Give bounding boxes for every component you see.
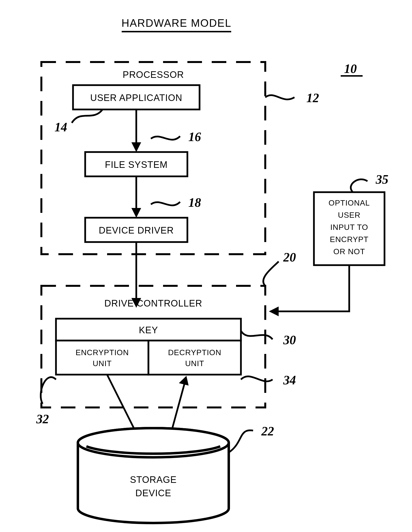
ref-14-lead <box>72 110 102 123</box>
ref-30: 30 <box>283 333 296 347</box>
key-label: KEY <box>139 325 158 335</box>
ref-34: 34 <box>283 373 296 387</box>
ref-14: 14 <box>55 120 67 134</box>
ref-30-lead <box>241 331 273 339</box>
decryption-unit-l2: UNIT <box>185 359 204 368</box>
ref-10: 10 <box>344 62 357 76</box>
device-driver-label: DEVICE DRIVER <box>99 225 174 236</box>
ref-32-lead <box>41 377 56 404</box>
arrow-ua-fs-head <box>131 142 141 152</box>
ref-18: 18 <box>188 196 201 209</box>
ref-18-lead <box>151 202 180 205</box>
optional-input-l3: INPUT TO <box>330 223 368 232</box>
optional-to-dc-head <box>269 306 279 316</box>
storage-l1: STORAGE <box>130 475 177 485</box>
ref-16-lead <box>151 136 180 140</box>
optional-to-dc-line <box>275 265 349 311</box>
ref-35-lead <box>351 179 367 192</box>
processor-label: PROCESSOR <box>123 70 184 80</box>
storage-l2: DEVICE <box>135 488 171 498</box>
encryption-unit-l2: UNIT <box>93 359 112 368</box>
decryption-unit-box <box>148 341 241 375</box>
ref-20-lead <box>263 262 279 286</box>
optional-input-l5: OR NOT <box>333 247 365 256</box>
arrow-fs-dd-head <box>131 208 141 218</box>
arrow-storage-dec-head <box>179 376 189 386</box>
diagram-title: HARDWARE MODEL <box>121 17 231 29</box>
ref-35: 35 <box>375 172 388 186</box>
drive-controller-label: DRIVE CONTROLLER <box>104 298 202 308</box>
optional-input-l4: ENCRYPT <box>330 235 368 244</box>
ref-12-lead <box>265 95 295 99</box>
optional-input-l1: OPTIONAL <box>328 199 370 207</box>
optional-input-l2: USER <box>338 211 361 219</box>
ref-16: 16 <box>188 130 201 144</box>
encryption-unit-l1: ENCRYPTION <box>76 348 129 357</box>
ref-32: 32 <box>36 412 49 426</box>
ref-20: 20 <box>283 250 296 264</box>
user-application-label: USER APPLICATION <box>90 93 182 103</box>
decryption-unit-l1: DECRYPTION <box>168 348 221 357</box>
ref-22-lead <box>229 430 253 452</box>
file-system-label: FILE SYSTEM <box>105 160 168 170</box>
ref-12: 12 <box>307 91 319 105</box>
arrow-enc-storage-line <box>107 375 136 433</box>
ref-34-lead <box>241 376 273 381</box>
ref-22: 22 <box>261 424 274 438</box>
encryption-unit-box <box>56 341 148 375</box>
